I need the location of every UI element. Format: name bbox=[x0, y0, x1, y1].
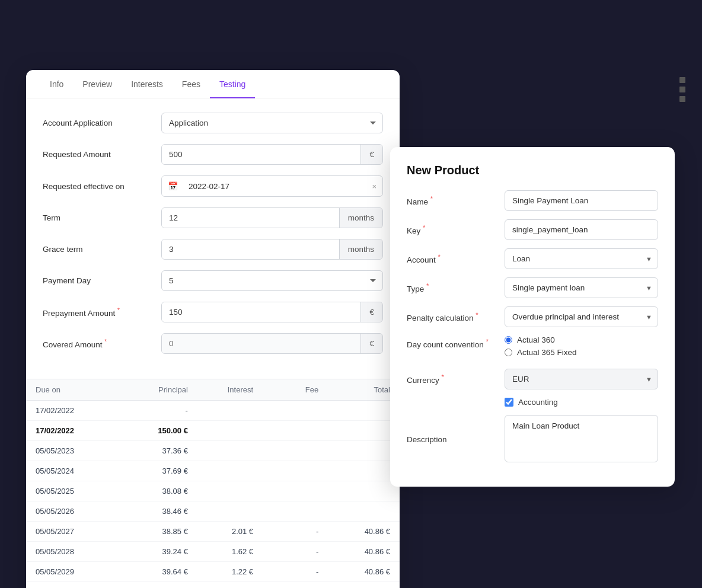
dot-1 bbox=[679, 77, 685, 83]
cell-date: 05/05/2024 bbox=[26, 461, 126, 481]
col-total: Total bbox=[328, 379, 400, 401]
account-application-select[interactable]: Application bbox=[161, 113, 383, 133]
cell-value: 39.24 € bbox=[126, 542, 197, 562]
dot-2 bbox=[679, 87, 685, 92]
date-clear-button[interactable]: × bbox=[366, 177, 382, 196]
account-select[interactable]: Loan bbox=[505, 248, 658, 269]
date-input[interactable] bbox=[184, 177, 366, 196]
tab-testing[interactable]: Testing bbox=[210, 70, 255, 98]
cell-value bbox=[263, 461, 328, 481]
covered-label: Covered Amount * bbox=[43, 338, 161, 349]
decorative-dots bbox=[679, 77, 685, 102]
table-row: 05/05/202638.46 € bbox=[26, 501, 400, 522]
tab-fees[interactable]: Fees bbox=[173, 70, 210, 98]
cell-value bbox=[197, 401, 263, 421]
requested-amount-row: Requested Amount € bbox=[43, 144, 383, 165]
table-row: 05/05/202939.64 €1.22 €-40.86 € bbox=[26, 562, 400, 582]
account-row: Account * Loan ▼ bbox=[407, 248, 658, 269]
requested-amount-input[interactable] bbox=[162, 145, 360, 164]
cell-value: - bbox=[263, 522, 328, 542]
prepayment-input[interactable] bbox=[162, 302, 360, 322]
accounting-checkbox-label[interactable]: Accounting bbox=[505, 398, 558, 407]
cell-value: 40.86 € bbox=[328, 562, 400, 582]
currency-select[interactable]: EUR bbox=[505, 369, 658, 389]
penalty-select[interactable]: Overdue principal and interest bbox=[505, 306, 658, 327]
table-row: 17/02/2022- bbox=[26, 401, 400, 421]
radio-actual-360[interactable]: Actual 360 bbox=[505, 335, 658, 344]
account-application-control: Application bbox=[161, 113, 383, 133]
cell-date: 05/05/2026 bbox=[26, 501, 126, 522]
radio-actual-360-input[interactable] bbox=[505, 336, 512, 344]
term-input[interactable] bbox=[162, 208, 339, 228]
radio-actual-365-input[interactable] bbox=[505, 349, 512, 356]
effective-on-row: Requested effective on 📅 × bbox=[43, 175, 383, 197]
cell-date: 05/05/2025 bbox=[26, 481, 126, 501]
cell-date: 17/02/2022 bbox=[26, 421, 126, 441]
tab-preview[interactable]: Preview bbox=[73, 70, 122, 98]
right-panel: New Product Name * Key * Account * Loan bbox=[390, 147, 675, 487]
effective-on-label: Requested effective on bbox=[43, 182, 161, 191]
cell-value: - bbox=[263, 542, 328, 562]
account-application-label: Account Application bbox=[43, 119, 161, 127]
table-row: 05/05/203040.05 €0.81 €-40.86 € bbox=[26, 582, 400, 589]
grace-term-control: months bbox=[161, 239, 383, 260]
cell-value bbox=[197, 481, 263, 501]
grace-term-input[interactable] bbox=[162, 239, 339, 259]
key-input[interactable] bbox=[505, 219, 658, 240]
cell-value bbox=[328, 461, 400, 481]
penalty-row: Penalty calculation * Overdue principal … bbox=[407, 306, 658, 327]
term-control: months bbox=[161, 207, 383, 228]
table-row: 17/02/2022150.00 € bbox=[26, 421, 400, 441]
left-panel: Info Preview Interests Fees Testing Acco… bbox=[26, 70, 400, 588]
cell-value bbox=[263, 401, 328, 421]
cell-value bbox=[328, 441, 400, 461]
cell-value bbox=[263, 501, 328, 522]
main-container: Info Preview Interests Fees Testing Acco… bbox=[0, 0, 702, 588]
schedule-table-container: Due on Principal Interest Fee Total 17/0… bbox=[26, 379, 400, 588]
cell-value: 37.69 € bbox=[126, 461, 197, 481]
description-textarea-wrap: Main Loan Product bbox=[505, 415, 658, 464]
cell-value: - bbox=[263, 582, 328, 589]
cell-value: 40.86 € bbox=[328, 582, 400, 589]
term-label: Term bbox=[43, 213, 161, 222]
cell-value: 40.86 € bbox=[328, 522, 400, 542]
covered-control: € bbox=[161, 333, 383, 354]
payment-day-control: 5 bbox=[161, 270, 383, 291]
type-row: Type * Single payment loan ▼ bbox=[407, 277, 658, 298]
prepayment-input-wrap: € bbox=[161, 302, 383, 322]
table-row: 05/05/202538.08 € bbox=[26, 481, 400, 501]
cell-value: 38.46 € bbox=[126, 501, 197, 522]
term-input-wrap: months bbox=[161, 207, 383, 228]
grace-term-addon: months bbox=[339, 239, 382, 259]
type-select[interactable]: Single payment loan bbox=[505, 277, 658, 298]
term-addon: months bbox=[339, 208, 382, 228]
name-input[interactable] bbox=[505, 190, 658, 211]
dot-3 bbox=[679, 96, 685, 102]
table-header-row: Due on Principal Interest Fee Total bbox=[26, 379, 400, 401]
tab-info[interactable]: Info bbox=[40, 70, 73, 98]
cell-value bbox=[328, 481, 400, 501]
radio-actual-365[interactable]: Actual 365 Fixed bbox=[505, 348, 658, 357]
table-row: 05/05/202337.36 € bbox=[26, 441, 400, 461]
cell-date: 05/05/2028 bbox=[26, 542, 126, 562]
calendar-icon[interactable]: 📅 bbox=[162, 176, 184, 196]
cell-value: 0.81 € bbox=[197, 582, 263, 589]
accounting-checkbox[interactable] bbox=[505, 398, 513, 407]
day-count-row: Day count convention * Actual 360 Actual… bbox=[407, 335, 658, 360]
cell-value: 38.08 € bbox=[126, 481, 197, 501]
schedule-table: Due on Principal Interest Fee Total 17/0… bbox=[26, 379, 400, 588]
requested-amount-addon: € bbox=[360, 145, 382, 164]
payment-day-row: Payment Day 5 bbox=[43, 270, 383, 291]
payment-day-select[interactable]: 5 bbox=[161, 270, 383, 291]
cell-value: 40.86 € bbox=[328, 542, 400, 562]
account-select-wrap: Loan ▼ bbox=[505, 248, 658, 269]
account-application-row: Account Application Application bbox=[43, 113, 383, 133]
covered-input[interactable] bbox=[162, 334, 360, 353]
panel-title: New Product bbox=[407, 164, 658, 177]
cell-value: - bbox=[126, 401, 197, 421]
key-label: Key * bbox=[407, 224, 505, 235]
type-select-wrap: Single payment loan ▼ bbox=[505, 277, 658, 298]
description-textarea[interactable]: Main Loan Product bbox=[505, 415, 658, 462]
currency-label: Currency * bbox=[407, 373, 505, 385]
tab-interests[interactable]: Interests bbox=[122, 70, 173, 98]
